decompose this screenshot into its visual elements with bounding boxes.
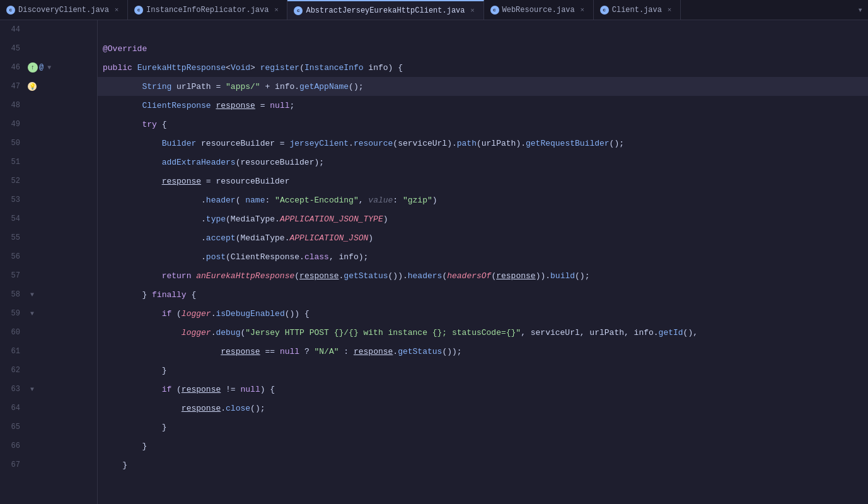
tab-close-client[interactable]: ×: [665, 6, 674, 15]
line-num-61: 61: [0, 347, 25, 356]
type-clientresponse: ClientResponse: [142, 101, 211, 110]
code-line-59: if ( logger . isDebugEnabled ()) {: [98, 304, 868, 323]
gutter-row-66: 66: [0, 437, 97, 455]
gutter-row-48: 48: [0, 96, 97, 115]
paren-50a: (serviceUrl).: [393, 139, 456, 148]
comma-60: , serviceUrl, urlPath, info.: [521, 328, 658, 337]
gutter-row-63: 63 ▼: [0, 380, 97, 399]
code-line-57: return anEurekaHttpResponse ( response .…: [98, 266, 868, 285]
code-line-61: response == null ? "N/A" : response . ge…: [98, 342, 868, 361]
method-getappname: getAppName: [299, 82, 349, 91]
type-instanceinfo: InstanceInfo: [304, 63, 364, 73]
tab-close-abstract[interactable]: ×: [468, 6, 477, 15]
tab-client[interactable]: c Client.java ×: [594, 0, 681, 20]
param-info: info) {: [364, 63, 403, 73]
tab-discovery-client[interactable]: c DiscoveryClient.java ×: [0, 0, 128, 20]
paren-61b: ());: [442, 347, 461, 356]
code-line-46: public EurekaHttpResponse < Void > regis…: [98, 58, 868, 77]
paren-open-46: (: [299, 63, 304, 73]
gutter-row-54: 54: [0, 209, 97, 228]
code-line-44: [98, 20, 868, 39]
code-line-53: . header ( name : "Accept-Encoding" , va…: [98, 190, 868, 209]
str-debug-msg: "Jersey HTTP POST {}/{} with instance {}…: [245, 328, 521, 337]
line-gutter: 44 45 46 ↑ @ ▼ 47 💡 48: [0, 20, 98, 504]
brace-close-62: }: [162, 366, 167, 375]
colon-61: :: [339, 347, 354, 356]
indent-61: [103, 347, 221, 356]
dot-57a: .: [339, 271, 344, 281]
line-num-55: 55: [0, 233, 25, 242]
line-num-46: 46: [0, 63, 25, 72]
space-57: [191, 271, 196, 281]
gutter-row-49: 49: [0, 115, 97, 134]
gutter-row-53: 53: [0, 190, 97, 209]
kw-return: return: [162, 271, 192, 281]
kw-public: public: [103, 63, 132, 73]
gutter-row-55: 55: [0, 228, 97, 247]
line-num-44: 44: [0, 25, 25, 34]
line-num-56: 56: [0, 252, 25, 261]
gutter-row-46: 46 ↑ @ ▼: [0, 58, 97, 77]
method-close: close: [226, 404, 250, 413]
gutter-row-57: 57: [0, 266, 97, 285]
brace-try: {: [157, 120, 167, 129]
method-header: header: [206, 196, 236, 205]
line-num-54: 54: [0, 214, 25, 223]
paren-54b: ): [383, 214, 388, 224]
tab-instance-info[interactable]: c InstanceInfoReplicator.java ×: [128, 0, 287, 20]
kw-try: try: [142, 120, 156, 129]
dot-50a: .: [349, 139, 354, 148]
icon-fold-46[interactable]: ▼: [45, 63, 54, 72]
icon-bulb-47[interactable]: 💡: [28, 82, 37, 91]
method-isdebugenabled: isDebugEnabled: [216, 309, 284, 319]
const-json: APPLICATION_JSON: [289, 233, 368, 243]
angle-open: <: [226, 63, 231, 73]
code-line-64: response . close ();: [98, 399, 868, 418]
semi-57: ();: [575, 271, 589, 281]
icon-fold-63[interactable]: ▼: [28, 385, 37, 394]
code-line-54: . type (MediaType. APPLICATION_JSON_TYPE…: [98, 209, 868, 228]
brace-58: }: [142, 290, 152, 300]
line-num-59: 59: [0, 309, 25, 318]
gutter-row-52: 52: [0, 172, 97, 190]
indent-57: [103, 271, 162, 281]
tab-close-web[interactable]: ×: [578, 6, 587, 15]
line-num-49: 49: [0, 120, 25, 129]
brace-close-66: }: [142, 442, 147, 451]
tab-abstract-jersey[interactable]: c AbstractJerseyEurekaHttpClient.java ×: [287, 0, 483, 20]
annotation-override: @Override: [103, 44, 147, 54]
method-headersof: headersOf: [447, 271, 491, 281]
tab-overflow-button[interactable]: ▾: [853, 4, 868, 15]
code-editor[interactable]: @Override public EurekaHttpResponse < Vo…: [98, 20, 868, 504]
line-num-58: 58: [0, 290, 25, 299]
gutter-icons-63: ▼: [25, 385, 97, 394]
tab-web-resource[interactable]: c WebResource.java ×: [484, 0, 594, 20]
code-line-63: if ( response != null ) {: [98, 380, 868, 399]
gutter-row-58: 58 ▼: [0, 285, 97, 304]
gutter-row-44: 44: [0, 20, 97, 39]
var-logger-60: logger: [182, 328, 211, 337]
paren-50b: (urlPath).: [477, 139, 526, 148]
icon-fold-58[interactable]: ▼: [28, 290, 37, 299]
str-gzip: "gzip": [403, 196, 432, 205]
kw-null-63: null: [240, 385, 260, 394]
icon-fold-59[interactable]: ▼: [28, 309, 37, 318]
line-num-52: 52: [0, 177, 25, 185]
semi-47: ();: [349, 82, 363, 91]
indent-60: [103, 328, 182, 337]
brace-close-65: }: [162, 423, 167, 432]
tab-close-discovery[interactable]: ×: [112, 6, 121, 15]
tab-icon-instance: c: [134, 6, 143, 15]
indent-59: [103, 309, 162, 319]
indent-63: [103, 385, 162, 394]
paren-56a: (ClientResponse.: [226, 252, 304, 262]
tab-icon-discovery: c: [6, 6, 15, 15]
method-aneureka: anEurekaHttpResponse: [196, 271, 294, 281]
editor-area: 44 45 46 ↑ @ ▼ 47 💡 48: [0, 20, 868, 504]
method-register: register: [260, 63, 299, 73]
code-line-60: logger . debug ( "Jersey HTTP POST {}/{}…: [98, 323, 868, 342]
semi-48: ;: [290, 101, 295, 110]
dot-54: .: [201, 214, 206, 224]
line-num-48: 48: [0, 101, 25, 110]
tab-close-instance[interactable]: ×: [272, 6, 281, 15]
